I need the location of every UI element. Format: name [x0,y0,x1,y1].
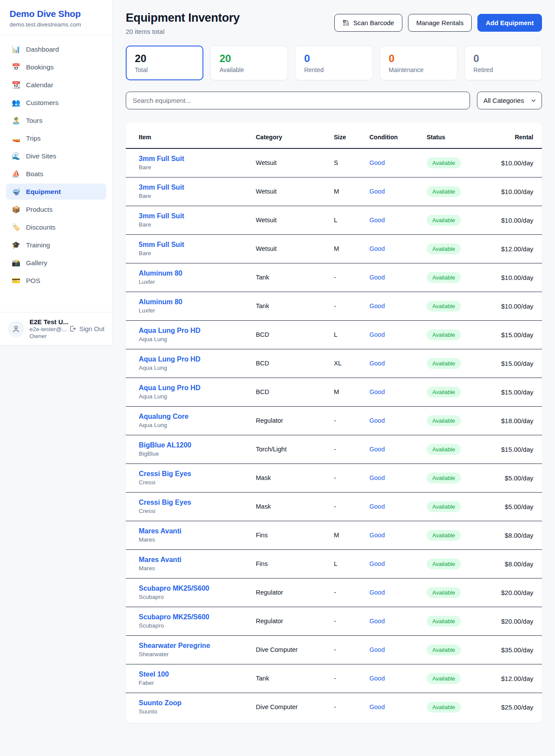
item-size: M [334,378,369,406]
search-input[interactable] [126,92,470,109]
item-name-link[interactable]: 3mm Full Suit [139,184,256,191]
item-condition-link[interactable]: Good [369,274,385,281]
item-name-link[interactable]: Steel 100 [139,671,256,678]
item-condition-link[interactable]: Good [369,646,385,653]
item-condition-link[interactable]: Good [369,217,385,224]
calendar-icon: 📆 [12,81,20,89]
item-size: - [334,463,369,492]
table-row: Cressi Big Eyes Cressi Mask - Good Avail… [126,463,542,492]
item-size: - [334,607,369,635]
item-condition-link[interactable]: Good [369,188,385,195]
item-condition-link[interactable]: Good [369,159,385,166]
status-badge: Available [427,473,461,483]
item-name-link[interactable]: Aqualung Core [139,413,256,421]
sidebar-item-boats[interactable]: ⛵ Boats [6,166,106,182]
item-condition-link[interactable]: Good [369,417,385,424]
item-name-link[interactable]: Shearwater Peregrine [139,642,256,650]
item-name-link[interactable]: BigBlue AL1200 [139,441,256,449]
item-condition-link[interactable]: Good [369,532,385,539]
sidebar-item-trips[interactable]: 🚤 Trips [6,130,106,146]
item-brand: Luxfer [139,307,256,314]
item-name-link[interactable]: Cressi Big Eyes [139,499,256,506]
scan-barcode-button[interactable]: Scan Barcode [334,14,402,32]
column-header-status: Status [427,122,492,148]
item-condition-link[interactable]: Good [369,360,385,367]
sidebar-item-label: Bookings [26,63,54,71]
item-size: - [334,292,369,320]
item-condition-link[interactable]: Good [369,703,385,710]
sidebar-item-dashboard[interactable]: 📊 Dashboard [6,41,106,57]
item-name-link[interactable]: Scubapro MK25/S600 [139,613,256,621]
item-name-link[interactable]: Aqua Lung Pro HD [139,327,256,335]
stat-card-retired[interactable]: 0 Retired [464,46,542,80]
item-name-link[interactable]: Suunto Zoop [139,699,256,707]
stat-card-total[interactable]: 20 Total [126,46,203,80]
manage-rentals-button[interactable]: Manage Rentals [408,14,472,32]
item-name-link[interactable]: Aluminum 80 [139,298,256,306]
item-name-link[interactable]: Scubapro MK25/S600 [139,585,256,592]
status-badge: Available [427,444,461,455]
item-category: Wetsuit [256,177,334,206]
sidebar-nav: 📊 Dashboard 📅 Bookings 📆 Calendar 👥 Cust… [0,35,112,312]
item-size: M [334,521,369,549]
category-dropdown[interactable]: All Categories [477,92,542,109]
item-name-link[interactable]: 5mm Full Suit [139,241,256,249]
item-name-link[interactable]: Aluminum 80 [139,270,256,277]
add-equipment-button[interactable]: Add Equipment [477,14,542,32]
item-condition-link[interactable]: Good [369,331,385,338]
page-header-titles: Equipment Inventory 20 items total [126,11,240,35]
item-size: - [334,492,369,521]
brand-block[interactable]: Demo Dive Shop demo.test.divestreams.com [0,0,112,35]
stat-cards: 20 Total 20 Available 0 Rented 0 Mainten… [126,46,542,80]
item-condition-link[interactable]: Good [369,245,385,252]
sign-out-button[interactable]: Sign Out [69,325,104,332]
item-name-link[interactable]: Aqua Lung Pro HD [139,355,256,363]
header-actions: Scan Barcode Manage Rentals Add Equipmen… [334,14,542,32]
user-box: E2E Test U... e2e-tester@... Owner Sign … [0,312,112,345]
item-category: Wetsuit [256,148,334,177]
item-condition-link[interactable]: Good [369,589,385,596]
item-name-link[interactable]: Cressi Big Eyes [139,470,256,478]
item-brand: Aqua Lung [139,336,256,342]
item-name-link[interactable]: 3mm Full Suit [139,155,256,163]
sidebar-item-label: POS [26,277,40,285]
item-name-link[interactable]: Mares Avanti [139,527,256,535]
sidebar-item-pos[interactable]: 💳 POS [6,273,106,289]
item-condition-link[interactable]: Good [369,503,385,510]
sidebar-item-equipment[interactable]: 🤿 Equipment [6,184,106,200]
column-header-size: Size [334,122,369,148]
sidebar-item-products[interactable]: 📦 Products [6,201,106,217]
stat-card-available[interactable]: 20 Available [210,46,288,80]
sidebar-item-bookings[interactable]: 📅 Bookings [6,59,106,75]
column-header-condition: Condition [369,122,427,148]
status-badge: Available [427,243,461,254]
status-badge: Available [427,186,461,197]
stat-card-rented[interactable]: 0 Rented [295,46,372,80]
sidebar-item-tours[interactable]: 🏝️ Tours [6,112,106,128]
item-size: - [334,578,369,607]
equipment-icon: 🤿 [12,187,20,196]
table-row: Mares Avanti Mares Fins L Good Available… [126,549,542,578]
item-size: M [334,177,369,206]
item-condition-link[interactable]: Good [369,675,385,682]
stat-card-maintenance[interactable]: 0 Maintenance [380,46,457,80]
item-condition-link[interactable]: Good [369,446,385,453]
item-category: Regulator [256,607,334,635]
item-condition-link[interactable]: Good [369,388,385,395]
page-header: Equipment Inventory 20 items total [126,11,542,35]
sidebar-item-calendar[interactable]: 📆 Calendar [6,77,106,93]
sidebar-item-discounts[interactable]: 🏷️ Discounts [6,219,106,235]
item-name-link[interactable]: Aqua Lung Pro HD [139,384,256,392]
item-name-link[interactable]: 3mm Full Suit [139,212,256,220]
sidebar-item-training[interactable]: 🎓 Training [6,237,106,253]
status-badge: Available [427,587,461,598]
stat-value: 0 [473,53,533,65]
sidebar-item-gallery[interactable]: 📸 Gallery [6,255,106,271]
item-condition-link[interactable]: Good [369,302,385,309]
sidebar-item-dive-sites[interactable]: 🌊 Dive Sites [6,148,106,164]
item-condition-link[interactable]: Good [369,618,385,625]
item-name-link[interactable]: Mares Avanti [139,556,256,564]
item-condition-link[interactable]: Good [369,560,385,567]
sidebar-item-customers[interactable]: 👥 Customers [6,95,106,111]
item-condition-link[interactable]: Good [369,474,385,481]
